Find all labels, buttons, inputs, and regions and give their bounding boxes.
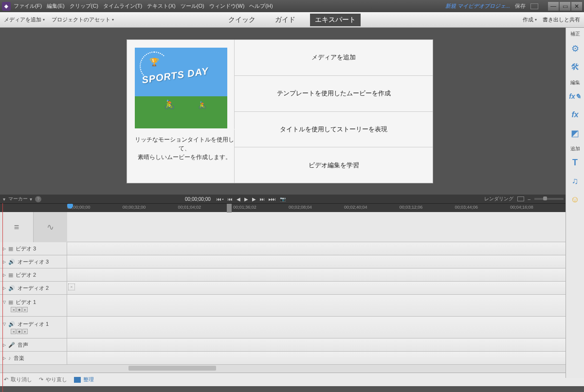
welcome-row-template[interactable]: テンプレートを使用したムービーを作成 <box>235 76 433 112</box>
expand-icon[interactable]: ▷ <box>3 247 6 251</box>
menu-edit[interactable]: 編集(E) <box>47 2 65 10</box>
welcome-preview: 🏆 SPORTS DAY 🚴 🚴 リッチなモーションタイトルを使用して、 素晴ら… <box>127 40 234 183</box>
kf-next-icon[interactable]: ▸ <box>22 307 28 312</box>
track-label: オーディオ 2 <box>18 285 49 292</box>
track-type-icon: ▦ <box>8 246 13 252</box>
work-area-marker[interactable] <box>227 204 232 213</box>
kf-add-icon[interactable]: ◆ <box>17 307 22 312</box>
track-header[interactable]: ▷▦ビデオ 2 <box>0 268 67 281</box>
welcome-caption: リッチなモーションタイトルを使用して、 素晴らしいムービーを作成します。 <box>135 135 234 161</box>
mode-quick[interactable]: クイック <box>223 14 260 26</box>
expand-icon[interactable]: ▷ <box>3 286 6 290</box>
render-button[interactable]: レンダリング <box>484 196 513 202</box>
smiley-icon[interactable]: ☺ <box>569 193 582 206</box>
help-icon[interactable]: ? <box>35 196 41 202</box>
timeline-view-a-button[interactable]: ≡ <box>0 212 34 242</box>
expand-icon[interactable]: ▽ <box>3 322 6 326</box>
menubar: ファイル(F) 編集(E) クリップ(C) タイムライン(T) テキスト(X) … <box>14 2 273 10</box>
export-share-button[interactable]: 書き出しと共有 <box>543 16 580 23</box>
add-media-dropdown[interactable]: メディアを追加 <box>4 16 45 23</box>
fx-pen-icon[interactable]: fx✎ <box>569 90 582 103</box>
menu-file[interactable]: ファイル(F) <box>14 2 42 10</box>
menu-text[interactable]: テキスト(X) <box>147 2 176 10</box>
track-lane[interactable] <box>67 295 566 316</box>
timeline-ruler[interactable]: 00;00;00;0000;00;32;0000;01;04;0200;01;3… <box>0 203 584 212</box>
goto-end-button[interactable]: ▸⏭ <box>269 196 276 202</box>
bike-icon: 🚴 <box>198 101 206 109</box>
timeline-view-b-button[interactable]: ∿ <box>34 212 67 242</box>
transitions-icon[interactable]: ◩ <box>569 127 582 140</box>
track-header[interactable]: ▷🎤音声 <box>0 339 67 351</box>
track-lane[interactable] <box>67 317 566 338</box>
welcome-row-add-media[interactable]: メディアを追加 <box>235 40 433 76</box>
organize-button[interactable]: 整理 <box>74 376 94 383</box>
fx-icon[interactable]: fx <box>569 108 582 121</box>
wrench-icon[interactable]: 🛠 <box>569 61 582 73</box>
expand-icon[interactable]: ▽ <box>3 300 6 304</box>
monitor-icon[interactable] <box>530 3 538 9</box>
goto-start-button[interactable]: ⏮◂ <box>217 196 224 202</box>
zoom-out-icon[interactable]: – <box>528 196 531 202</box>
close-button[interactable]: ✕ <box>571 2 582 11</box>
menu-timeline[interactable]: タイムライン(T) <box>103 2 142 10</box>
track-lane[interactable] <box>67 242 566 255</box>
kf-add-icon[interactable]: ◆ <box>17 329 22 334</box>
track-lane[interactable] <box>67 339 566 351</box>
track-label: ビデオ 3 <box>16 245 36 252</box>
create-dropdown[interactable]: 作成 <box>523 16 537 23</box>
kf-next-icon[interactable]: ▸ <box>22 329 28 334</box>
welcome-row-title-story[interactable]: タイトルを使用してストーリーを表現 <box>235 112 433 148</box>
save-button[interactable]: 保存 <box>515 2 526 10</box>
mode-expert[interactable]: エキスパート <box>310 14 361 26</box>
timeline-hscroll[interactable] <box>0 365 566 373</box>
track-header[interactable]: ▽🔊オーディオ 1◂◆▸ <box>0 317 67 338</box>
project-assets-dropdown[interactable]: プロジェクトのアセット <box>52 16 114 23</box>
step-back-button[interactable]: ◀ <box>237 196 240 202</box>
next-edit-button[interactable]: ⏭ <box>260 196 265 202</box>
maximize-button[interactable]: ▭ <box>560 2 570 11</box>
welcome-row-learn[interactable]: ビデオ編集を学習 <box>235 147 433 183</box>
track-lane[interactable] <box>67 268 566 281</box>
secondary-toolbar: メディアを追加 プロジェクトのアセット クイック ガイド エキスパート 作成 書… <box>0 12 584 28</box>
track-lane[interactable]: × <box>67 282 566 294</box>
track-type-icon: ▦ <box>8 299 13 305</box>
music-icon[interactable]: ♫ <box>569 175 582 187</box>
track-label: 音声 <box>18 341 28 349</box>
expand-icon[interactable]: ▷ <box>3 343 6 347</box>
step-fwd-button[interactable]: ▶ <box>252 196 256 202</box>
play-button[interactable]: ▶ <box>244 196 248 202</box>
mode-guide[interactable]: ガイド <box>270 14 300 26</box>
expand-icon[interactable]: ▷ <box>3 260 6 264</box>
minimize-button[interactable]: — <box>548 2 559 11</box>
redo-button[interactable]: ↷ やり直し <box>39 376 67 383</box>
menu-clip[interactable]: クリップ(C) <box>70 2 98 10</box>
expand-icon[interactable]: ▷ <box>3 356 6 360</box>
safe-margins-icon[interactable] <box>517 196 524 201</box>
track-lane[interactable] <box>67 352 566 364</box>
kf-prev-icon[interactable]: ◂ <box>11 307 16 312</box>
expand-icon[interactable]: ▷ <box>3 273 6 277</box>
current-time[interactable]: 00;00;00;00 <box>185 196 211 202</box>
track-header[interactable]: ▷♪音楽 <box>0 352 67 364</box>
zoom-slider[interactable] <box>534 198 564 200</box>
markers-dropdown[interactable]: マーカー ▾ <box>8 196 32 202</box>
track-lane[interactable] <box>67 255 566 268</box>
track-header[interactable]: ▷🔊オーディオ 2 <box>0 282 67 294</box>
clip-placeholder[interactable]: × <box>68 284 75 290</box>
sliders-icon[interactable]: ⚙ <box>569 42 582 55</box>
text-icon[interactable]: T <box>569 156 582 169</box>
track-header[interactable]: ▷🔊オーディオ 3 <box>0 255 67 268</box>
undo-button[interactable]: ↶ 取り消し <box>4 376 32 383</box>
track-row: ▷🔊オーディオ 2× <box>0 282 566 295</box>
track-header[interactable]: ▷▦ビデオ 3 <box>0 242 67 255</box>
track-type-icon: 🔊 <box>8 285 15 291</box>
timeline-collapse-icon[interactable]: ▾ <box>3 196 5 202</box>
prev-edit-button[interactable]: ⏮ <box>228 196 233 202</box>
menu-window[interactable]: ウィンドウ(W) <box>209 2 245 10</box>
track-header[interactable]: ▽▦ビデオ 1◂◆▸ <box>0 295 67 316</box>
kf-prev-icon[interactable]: ◂ <box>11 329 16 334</box>
menu-tools[interactable]: ツール(O) <box>181 2 204 10</box>
hscroll-thumb[interactable] <box>128 366 216 371</box>
snapshot-button[interactable]: 📷 <box>280 196 286 202</box>
menu-help[interactable]: ヘルプ(H) <box>249 2 273 10</box>
